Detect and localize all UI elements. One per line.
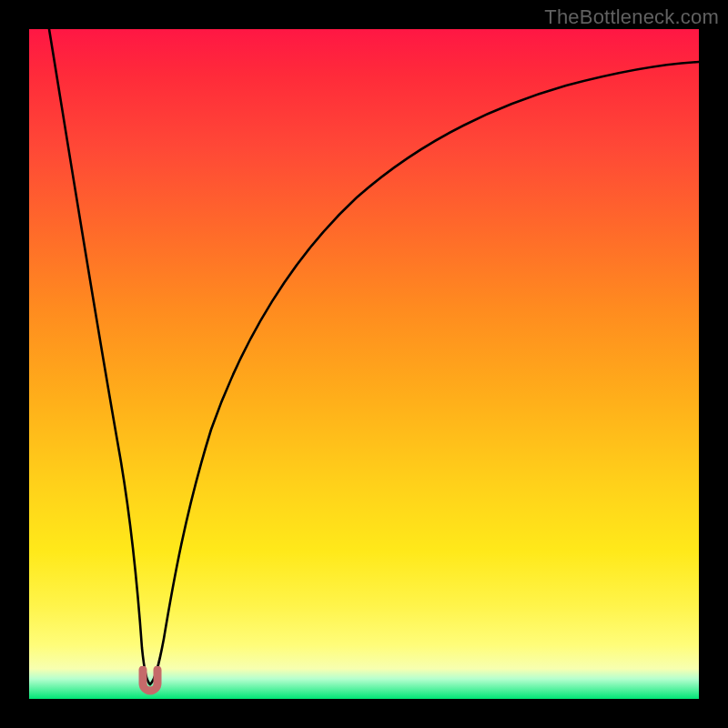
optimum-marker	[135, 666, 166, 697]
chart-frame: TheBottleneck.com	[0, 0, 728, 728]
watermark-text: TheBottleneck.com	[544, 5, 719, 29]
bottleneck-curve	[29, 29, 699, 699]
plot-area	[29, 29, 699, 699]
